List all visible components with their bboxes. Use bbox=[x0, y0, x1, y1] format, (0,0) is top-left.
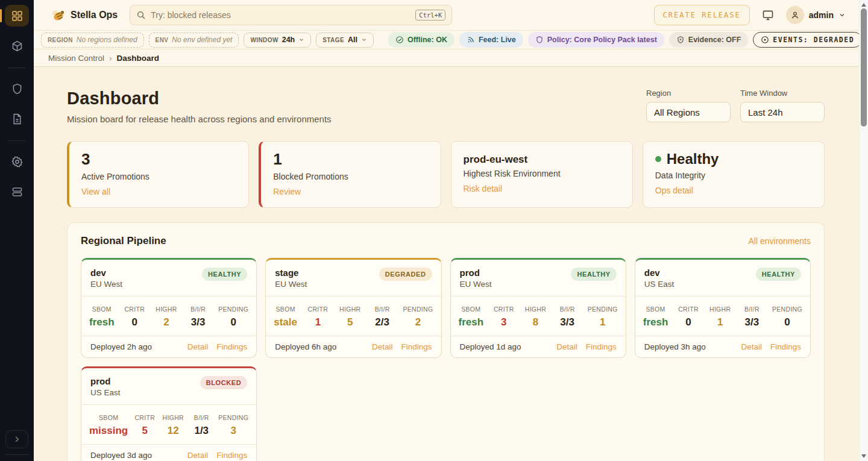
detail-link[interactable]: Detail bbox=[741, 342, 762, 351]
time-window-select[interactable]: Last 24h bbox=[740, 102, 825, 122]
user-name: admin bbox=[809, 10, 834, 20]
pipeline-card-stats: SBOM fresh CRITR 0 HIGHR 2 bbox=[81, 296, 256, 336]
window-select-pill[interactable]: WINDOW 24h bbox=[244, 33, 311, 48]
stat-value: 3 bbox=[492, 316, 515, 328]
detail-link[interactable]: Detail bbox=[187, 451, 209, 460]
stat-critr: CRITR 1 bbox=[306, 303, 329, 328]
search-input[interactable] bbox=[151, 10, 410, 20]
pipeline-card-stats: SBOM missing CRITR 5 HIGHR 12 bbox=[81, 404, 256, 444]
environment-name: stage bbox=[275, 268, 307, 278]
review-link[interactable]: Review bbox=[273, 187, 301, 196]
sidebar-item-infrastructure[interactable] bbox=[5, 181, 29, 202]
sidebar-expand-button[interactable] bbox=[5, 430, 28, 448]
stat-value: 0 bbox=[677, 316, 700, 328]
stat-value: 2 bbox=[155, 316, 178, 328]
create-release-button[interactable]: CREATE RELEASE bbox=[654, 5, 750, 25]
detail-link[interactable]: Detail bbox=[556, 342, 577, 351]
policy-status-pill[interactable]: Policy: Core Policy Pack latest bbox=[528, 32, 664, 48]
stat-value: fresh bbox=[459, 316, 484, 328]
events-status-pill[interactable]: EVENTS: DEGRADED bbox=[753, 32, 862, 48]
pipeline-card-header: stage EU West DEGRADED bbox=[266, 260, 441, 296]
ops-detail-link[interactable]: Ops detail bbox=[655, 186, 693, 195]
scrollbar-thumb[interactable] bbox=[861, 8, 867, 127]
stat-pending: PENDING 0 bbox=[218, 303, 248, 328]
stat-bir: B/I/R 1/3 bbox=[190, 412, 213, 437]
stat-label: PENDING bbox=[772, 306, 802, 313]
app-brand: Stella Ops bbox=[51, 8, 118, 22]
pipeline-cards-grid: dev EU West HEALTHY SBOM fresh CRITR bbox=[81, 258, 811, 461]
stat-sbom: SBOM fresh bbox=[459, 303, 484, 328]
active-promotions-label: Active Promotions bbox=[81, 172, 236, 181]
stat-value: fresh bbox=[643, 316, 668, 328]
env-context-pill[interactable]: ENV No env defined yet bbox=[149, 33, 239, 48]
region-select[interactable]: All Regions bbox=[646, 102, 731, 122]
evidence-status-pill[interactable]: Evidence: OFF bbox=[669, 32, 749, 48]
risk-detail-link[interactable]: Risk detail bbox=[464, 184, 503, 193]
stat-label: PENDING bbox=[218, 306, 248, 313]
pipeline-card-stats: SBOM stale CRITR 1 HIGHR 5 bbox=[266, 296, 441, 336]
region-pill-value: No regions defined bbox=[77, 36, 137, 44]
breadcrumb-parent[interactable]: Mission Control bbox=[48, 54, 104, 63]
findings-link[interactable]: Findings bbox=[401, 342, 432, 351]
detail-link[interactable]: Detail bbox=[187, 342, 209, 351]
stat-bir: B/I/R 3/3 bbox=[556, 303, 579, 328]
findings-link[interactable]: Findings bbox=[586, 342, 617, 351]
data-integrity-status: Healthy bbox=[667, 151, 719, 168]
offline-status-pill[interactable]: Offline: OK bbox=[388, 32, 454, 48]
view-all-link[interactable]: View all bbox=[81, 187, 110, 196]
feed-status-pill[interactable]: Feed: Live bbox=[459, 32, 523, 48]
feed-status-text: Feed: Live bbox=[479, 36, 516, 44]
pipeline-card-footer: Deployed 2h ago Detail Findings bbox=[81, 336, 256, 357]
scroll-up-arrow[interactable] bbox=[861, 3, 866, 7]
stat-value: 0 bbox=[123, 316, 146, 328]
region-pill-label: REGION bbox=[48, 37, 73, 43]
all-environments-link[interactable]: All environments bbox=[749, 236, 811, 246]
stat-pending: PENDING 1 bbox=[588, 303, 618, 328]
findings-link[interactable]: Findings bbox=[216, 451, 247, 460]
stat-value: 1 bbox=[306, 316, 329, 328]
sidebar-item-settings[interactable] bbox=[5, 151, 29, 172]
stat-label: HIGHR bbox=[709, 306, 731, 313]
card-links: Detail Findings bbox=[187, 342, 248, 351]
stat-value: 3 bbox=[218, 425, 248, 437]
environment-identity: dev US East bbox=[644, 268, 675, 289]
page-header: Dashboard Mission board for release heal… bbox=[67, 89, 825, 124]
stat-label: CRITR bbox=[494, 306, 514, 313]
stat-value: 0 bbox=[772, 316, 802, 328]
findings-link[interactable]: Findings bbox=[770, 342, 801, 351]
display-mode-button[interactable] bbox=[762, 9, 774, 21]
sidebar-item-dashboard[interactable] bbox=[5, 5, 29, 27]
region-context-pill[interactable]: REGION No regions defined bbox=[41, 33, 144, 48]
stat-value: 2/3 bbox=[371, 316, 394, 328]
stat-value: missing bbox=[89, 425, 128, 437]
panel-header: Regional Pipeline All environments bbox=[81, 235, 811, 247]
stat-label: SBOM bbox=[99, 414, 118, 421]
app-root: Stella Ops Ctrl+K CREATE RELEASE admin bbox=[0, 0, 868, 461]
findings-link[interactable]: Findings bbox=[216, 342, 247, 351]
environment-name: prod bbox=[90, 376, 121, 386]
environment-name: dev bbox=[90, 268, 122, 278]
check-circle-icon bbox=[395, 36, 404, 44]
shield-icon bbox=[535, 36, 544, 44]
stat-label: B/I/R bbox=[194, 414, 209, 421]
stage-select-pill[interactable]: STAGE All bbox=[316, 33, 374, 48]
stat-label: HIGHR bbox=[525, 306, 546, 313]
stat-value: 5 bbox=[339, 316, 362, 328]
user-menu[interactable]: admin bbox=[786, 6, 846, 24]
pipeline-card-header: prod EU West HEALTHY bbox=[451, 260, 626, 296]
breadcrumb-current: Dashboard bbox=[117, 54, 160, 63]
environment-region: US East bbox=[90, 388, 121, 397]
stat-value: 12 bbox=[162, 425, 184, 437]
sidebar-item-security[interactable] bbox=[5, 78, 29, 99]
pipeline-card-stats: SBOM fresh CRITR 3 HIGHR 8 bbox=[451, 296, 626, 336]
stat-label: CRITR bbox=[678, 306, 699, 313]
sidebar-item-releases[interactable] bbox=[5, 35, 29, 57]
deployed-time: Deployed 3h ago bbox=[644, 342, 706, 351]
status-badge: HEALTHY bbox=[571, 268, 616, 281]
sidebar-item-docs[interactable] bbox=[5, 108, 29, 130]
deployed-time: Deployed 3d ago bbox=[90, 451, 152, 460]
detail-link[interactable]: Detail bbox=[372, 342, 393, 351]
deployed-time: Deployed 6h ago bbox=[275, 342, 336, 351]
gear-icon bbox=[11, 155, 24, 168]
scroll-down-arrow[interactable] bbox=[861, 454, 866, 458]
